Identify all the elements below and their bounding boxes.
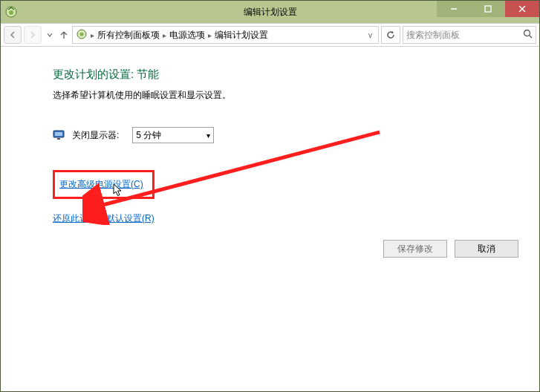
- svg-point-8: [524, 30, 530, 36]
- page-heading: 更改计划的设置: 节能: [53, 68, 539, 82]
- app-icon: [1, 1, 22, 23]
- svg-rect-11: [55, 132, 62, 136]
- maximize-button[interactable]: [471, 1, 505, 17]
- chevron-right-icon: ▸: [208, 31, 212, 39]
- footer-buttons: 保存修改 取消: [383, 240, 518, 258]
- svg-point-1: [9, 10, 13, 15]
- select-value: 5 分钟: [136, 129, 206, 142]
- monitor-icon: [53, 130, 65, 140]
- address-bar[interactable]: ▸ 所有控制面板项 ▸ 电源选项 ▸ 编辑计划设置 v: [72, 26, 379, 44]
- breadcrumb-item[interactable]: 编辑计划设置: [215, 29, 268, 42]
- advanced-power-settings-link[interactable]: 更改高级电源设置(C): [59, 179, 143, 189]
- svg-rect-3: [485, 6, 491, 12]
- address-dropdown[interactable]: v: [365, 31, 375, 39]
- forward-button[interactable]: [24, 26, 42, 44]
- restore-defaults-link[interactable]: 还原此计划的默认设置(R): [53, 213, 154, 223]
- breadcrumb-item[interactable]: 所有控制面板项: [97, 29, 160, 42]
- content-area: 更改计划的设置: 节能 选择希望计算机使用的睡眠设置和显示设置。 关闭显示器: …: [1, 47, 539, 391]
- save-button[interactable]: 保存修改: [383, 240, 447, 258]
- cancel-button[interactable]: 取消: [455, 240, 518, 258]
- search-input[interactable]: [406, 30, 520, 40]
- search-icon: [520, 29, 533, 41]
- search-box[interactable]: [403, 26, 536, 44]
- turn-off-display-select[interactable]: 5 分钟 ▾: [132, 127, 214, 143]
- chevron-right-icon: ▸: [91, 31, 94, 39]
- page-subtext: 选择希望计算机使用的睡眠设置和显示设置。: [53, 89, 539, 102]
- annotation-highlight: 更改高级电源设置(C): [53, 170, 154, 199]
- turn-off-display-row: 关闭显示器: 5 分钟 ▾: [53, 127, 539, 143]
- nav-bar: ▸ 所有控制面板项 ▸ 电源选项 ▸ 编辑计划设置 v: [1, 23, 539, 47]
- chevron-right-icon: ▸: [163, 31, 166, 39]
- svg-line-9: [530, 36, 533, 39]
- title-bar: 编辑计划设置: [1, 1, 539, 23]
- svg-rect-12: [57, 138, 60, 140]
- up-button[interactable]: [58, 26, 70, 44]
- recent-dropdown[interactable]: [44, 26, 56, 44]
- window-controls: [437, 1, 539, 17]
- svg-point-7: [80, 32, 84, 36]
- back-button[interactable]: [4, 26, 22, 44]
- breadcrumb-item[interactable]: 电源选项: [169, 29, 205, 42]
- turn-off-display-label: 关闭显示器:: [72, 129, 119, 142]
- refresh-button[interactable]: [381, 26, 400, 44]
- close-button[interactable]: [505, 1, 539, 17]
- minimize-button[interactable]: [437, 1, 471, 17]
- chevron-down-icon: ▾: [206, 131, 210, 140]
- control-panel-icon: [76, 28, 88, 42]
